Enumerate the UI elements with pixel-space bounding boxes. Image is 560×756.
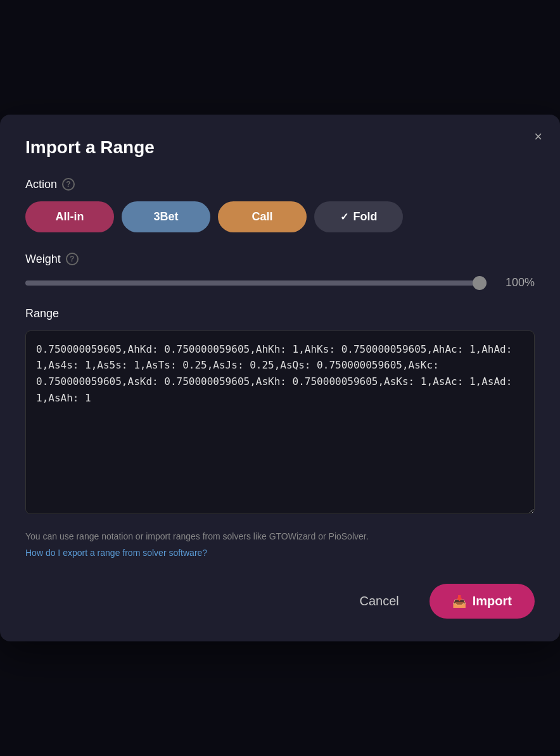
weight-slider[interactable] [25,280,487,286]
import-button[interactable]: 📥 Import [430,584,535,619]
action-section-header: Action ? [25,178,535,191]
modal-footer: Cancel 📥 Import [25,584,535,619]
modal-overlay: × Import a Range Action ? All-in 3Bet Ca… [0,0,560,756]
import-icon: 📥 [452,595,466,608]
call-button[interactable]: Call [218,201,307,232]
import-label: Import [473,594,512,608]
weight-help-icon[interactable]: ? [66,253,79,265]
range-section: Range 0.750000059605,AhKd: 0.75000005960… [25,307,535,517]
helper-text: You can use range notation or import ran… [25,529,535,543]
helper-link[interactable]: How do I export a range from solver soft… [25,548,207,558]
import-range-modal: × Import a Range Action ? All-in 3Bet Ca… [0,115,560,641]
weight-label: Weight [25,253,61,266]
weight-slider-container [25,277,487,288]
action-buttons-group: All-in 3Bet Call ✓ Fold [25,201,535,232]
3bet-button[interactable]: 3Bet [122,201,210,232]
helper-text-block: You can use range notation or import ran… [25,529,535,558]
action-help-icon[interactable]: ? [62,178,75,191]
weight-slider-row: 100% [25,276,535,289]
range-textarea[interactable]: 0.750000059605,AhKd: 0.750000059605,AhKh… [25,331,535,514]
fold-check-icon: ✓ [340,211,348,223]
weight-section: Weight ? 100% [25,253,535,289]
weight-value: 100% [497,276,535,289]
fold-button[interactable]: ✓ Fold [314,201,403,232]
action-label: Action [25,178,57,191]
close-button[interactable]: × [531,127,545,146]
range-section-header: Range [25,307,535,320]
modal-title: Import a Range [25,137,535,158]
range-label: Range [25,307,59,320]
allin-button[interactable]: All-in [25,201,114,232]
fold-label: Fold [353,210,378,224]
weight-section-header: Weight ? [25,253,535,266]
cancel-button[interactable]: Cancel [345,586,414,616]
